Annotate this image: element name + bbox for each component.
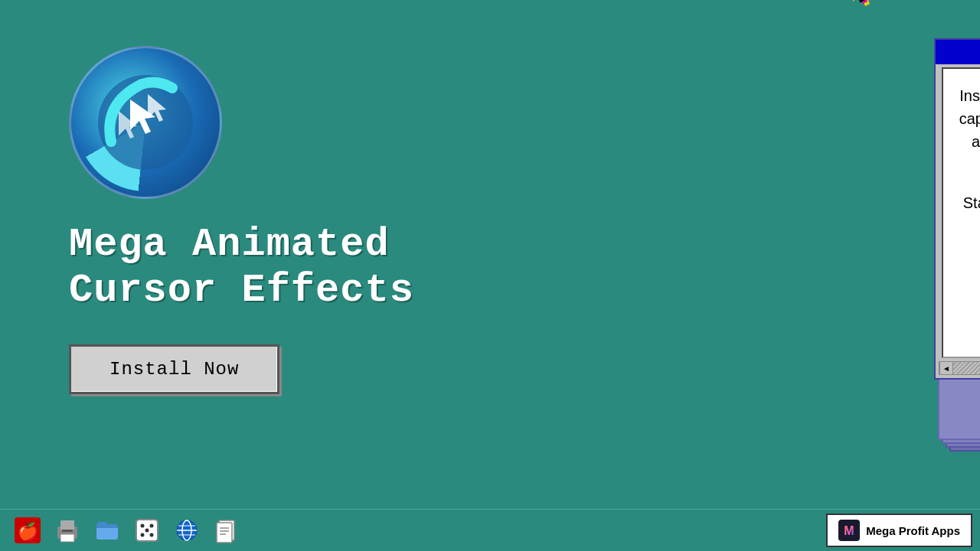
install-now-button[interactable]: Install Now (69, 344, 279, 394)
left-section: Mega Animated Cursor Effects Install Now (69, 46, 490, 394)
taskbar-icon-papers[interactable] (211, 515, 242, 546)
mega-profit-logo: M (838, 520, 860, 541)
main-background: Mega Animated Cursor Effects Install Now… (0, 0, 980, 551)
svg-rect-27 (217, 523, 232, 543)
taskbar-icon-apple[interactable]: 🍎 (12, 515, 43, 546)
app-logo (69, 46, 222, 199)
content-paragraph-2: Stand out and create a shopping experien… (959, 191, 980, 237)
mega-profit-apps-badge[interactable]: M Mega Profit Apps (826, 514, 972, 547)
svg-point-17 (150, 524, 154, 528)
taskbar-icon-dice[interactable] (132, 515, 162, 546)
cursor-svg (835, 0, 896, 12)
window-titlebar: × (936, 40, 980, 64)
svg-point-16 (141, 524, 145, 528)
svg-rect-14 (62, 530, 73, 532)
app-title: Mega Animated Cursor Effects (69, 222, 490, 314)
svg-rect-13 (60, 534, 74, 542)
scroll-h-track (953, 362, 980, 374)
taskbar-icon-globe[interactable] (172, 515, 202, 546)
window-content-text: Install "Mega Animated Cursor Effects" t… (959, 84, 980, 237)
horizontal-scrollbar[interactable]: ◄ ► (939, 361, 980, 375)
animated-cursor (835, 0, 896, 15)
svg-point-20 (150, 533, 154, 537)
svg-point-19 (141, 533, 145, 537)
content-paragraph-1: Install "Mega Animated Cursor Effects" t… (959, 84, 980, 176)
cursor-logo-icon (96, 73, 195, 172)
svg-point-18 (145, 529, 149, 533)
window-content-area: Install "Mega Animated Cursor Effects" t… (942, 67, 980, 358)
taskbar: 🍎 (0, 509, 980, 551)
taskbar-icon-folder[interactable] (92, 515, 122, 546)
mega-profit-apps-label: Mega Profit Apps (866, 524, 960, 537)
svg-rect-12 (60, 520, 74, 530)
taskbar-icon-printer[interactable] (52, 515, 83, 546)
main-dialog-window: × Install "Mega Animated Cursor Effects"… (934, 38, 980, 380)
svg-text:🍎: 🍎 (18, 521, 39, 542)
taskbar-right: M Mega Profit Apps (826, 514, 972, 547)
svg-text:M: M (844, 524, 854, 537)
scroll-left-arrow[interactable]: ◄ (939, 361, 953, 375)
